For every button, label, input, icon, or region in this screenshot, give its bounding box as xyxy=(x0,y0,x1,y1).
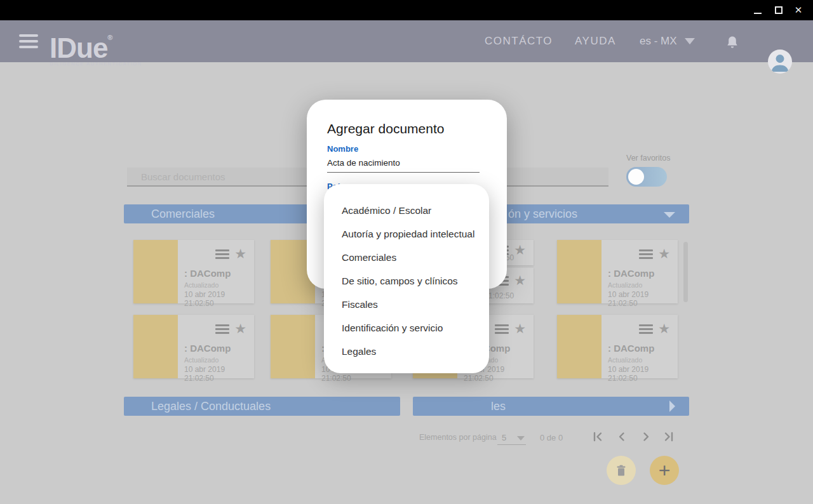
name-field-input[interactable]: Acta de nacimiento xyxy=(327,156,480,173)
items-per-page-label: Elementos por página xyxy=(419,433,497,442)
last-page-icon[interactable] xyxy=(661,428,677,445)
section-label: les xyxy=(491,400,506,413)
toggle-knob xyxy=(628,169,644,185)
favorite-star-icon[interactable]: ★ xyxy=(514,244,526,256)
logo-title: IDue® xyxy=(50,22,142,63)
card-menu-icon[interactable] xyxy=(495,324,509,334)
type-option-legales[interactable]: Legales xyxy=(324,340,489,363)
document-thumbnail xyxy=(557,315,601,378)
hamburger-menu-icon[interactable] xyxy=(19,31,39,51)
language-selector[interactable]: es - MX xyxy=(640,20,695,62)
modal-title: Agregar documento xyxy=(327,121,444,136)
favorite-star-icon[interactable]: ★ xyxy=(658,322,670,335)
app-header: IDue® DILIGENCE AUTHENTICATION CONTÁCTO … xyxy=(0,20,813,62)
section-label: Legales / Conductuales xyxy=(151,400,271,413)
type-option-comerciales[interactable]: Comerciales xyxy=(324,246,489,269)
document-card[interactable]: ★ : DAComp Actualizado 10 abr 2019 21:02… xyxy=(133,240,254,303)
type-option-fiscales[interactable]: Fiscales xyxy=(324,293,489,316)
trash-icon xyxy=(616,465,626,477)
card-menu-icon[interactable] xyxy=(639,324,653,334)
document-thumbnail xyxy=(557,240,601,303)
document-card[interactable]: ★ : DAComp Actualizado 10 abr 2019 21:02… xyxy=(557,315,678,378)
type-dropdown-menu: Académico / Escolar Autoría y propiedad … xyxy=(324,184,489,373)
first-page-icon[interactable] xyxy=(589,428,606,445)
section-header-collapsed[interactable]: les xyxy=(413,397,689,416)
card-title: : DAComp xyxy=(184,268,254,279)
card-timestamp: 10 abr 2019 21:02:50 xyxy=(184,365,254,383)
name-field-label: Nombre xyxy=(327,144,480,154)
favorite-star-icon[interactable]: ★ xyxy=(514,274,526,287)
add-document-button[interactable]: + xyxy=(650,456,679,485)
card-timestamp: 10 abr 2019 21:02:50 xyxy=(608,365,678,383)
maximize-icon[interactable] xyxy=(769,0,788,20)
type-option-identificacion[interactable]: Identificación y servicio xyxy=(324,316,489,340)
window-titlebar: ✕ xyxy=(0,0,813,20)
minimize-icon[interactable] xyxy=(748,0,767,20)
document-thumbnail xyxy=(271,315,315,378)
section-label: ón y servicios xyxy=(508,208,577,221)
language-value: es - MX xyxy=(640,35,677,48)
card-title: : DAComp xyxy=(608,343,678,354)
section-header-legales-conductuales[interactable]: Legales / Conductuales xyxy=(124,397,400,416)
pagination-bar: Elementos por página 5 0 de 0 xyxy=(0,430,813,447)
card-status: Actualizado xyxy=(184,281,254,289)
items-per-page-value: 5 xyxy=(502,433,506,442)
delete-button[interactable] xyxy=(607,456,636,485)
person-icon xyxy=(768,50,792,74)
chevron-down-icon xyxy=(517,436,525,441)
favorites-toggle-label: Ver favoritos xyxy=(626,154,670,162)
previous-page-icon[interactable] xyxy=(614,428,630,445)
type-option-autoria[interactable]: Autoría y propiedad intelectual xyxy=(324,222,489,246)
close-icon[interactable]: ✕ xyxy=(789,0,808,20)
document-thumbnail xyxy=(133,240,178,303)
favorite-star-icon[interactable]: ★ xyxy=(514,322,526,335)
card-title: : DAComp xyxy=(184,343,254,354)
card-status: Actualizado xyxy=(608,281,678,289)
card-menu-icon[interactable] xyxy=(215,249,229,259)
cards-scrollbar[interactable] xyxy=(683,242,688,302)
registered-mark: ® xyxy=(107,34,112,41)
card-status: Actualizado xyxy=(608,356,678,364)
document-card[interactable]: ★ : DAComp Actualizado 10 abr 2019 21:02… xyxy=(133,315,254,378)
type-option-de-sitio[interactable]: De sitio, campos y clínicos xyxy=(324,269,489,293)
chevron-right-icon[interactable] xyxy=(669,401,675,412)
logo-subtitle: DILIGENCE AUTHENTICATION xyxy=(50,61,142,67)
user-avatar[interactable] xyxy=(768,50,792,74)
items-per-page-select[interactable]: 5 xyxy=(497,430,526,445)
section-label: Comerciales xyxy=(151,208,215,221)
card-title: : DAComp xyxy=(608,268,678,279)
document-thumbnail xyxy=(133,315,178,378)
card-timestamp: 10 abr 2019 21:02:50 xyxy=(608,290,678,308)
type-option-academico[interactable]: Académico / Escolar xyxy=(324,199,489,222)
favorite-star-icon[interactable]: ★ xyxy=(658,248,670,260)
page-range: 0 de 0 xyxy=(540,433,563,442)
notifications-bell-icon[interactable] xyxy=(726,36,739,52)
next-page-icon[interactable] xyxy=(638,428,654,445)
favorites-toggle[interactable] xyxy=(626,167,667,187)
card-status: Actualizado xyxy=(184,356,254,364)
favorite-star-icon[interactable]: ★ xyxy=(234,322,246,335)
document-card[interactable]: ★ : DAComp Actualizado 10 abr 2019 21:02… xyxy=(557,240,678,303)
app-logo: IDue® DILIGENCE AUTHENTICATION xyxy=(50,22,142,67)
card-menu-icon[interactable] xyxy=(215,324,229,334)
chevron-down-icon[interactable] xyxy=(664,212,675,218)
name-field: Nombre Acta de nacimiento xyxy=(327,144,480,173)
chevron-down-icon xyxy=(685,38,695,44)
card-timestamp: 10 abr 2019 21:02:50 xyxy=(184,290,254,308)
card-menu-icon[interactable] xyxy=(639,249,653,259)
nav-contacto[interactable]: CONTÁCTO xyxy=(485,20,553,62)
nav-ayuda[interactable]: AYUDA xyxy=(575,20,616,62)
favorite-star-icon[interactable]: ★ xyxy=(234,248,246,260)
